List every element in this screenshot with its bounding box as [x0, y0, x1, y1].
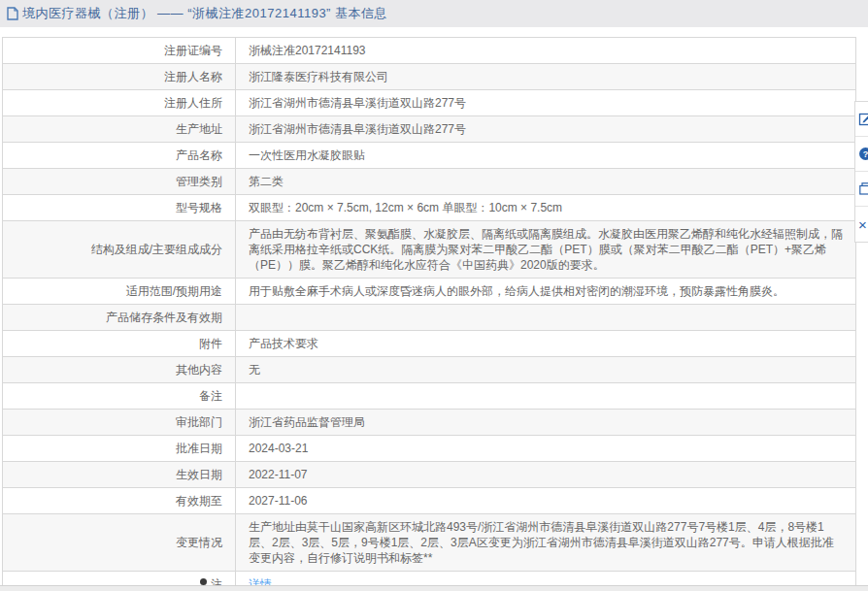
- info-table-body: 注册证编号浙械注准20172141193注册人名称浙江隆泰医疗科技有限公司注册人…: [3, 38, 856, 591]
- row-label: 型号规格: [3, 195, 236, 221]
- row-label: 产品储存条件及有效期: [3, 305, 236, 331]
- svg-text:?: ?: [863, 149, 868, 159]
- row-value: 一次性医用水凝胶眼贴: [236, 143, 856, 169]
- table-row: 批准日期2024-03-21: [3, 436, 856, 462]
- close-button[interactable]: ×: [855, 207, 868, 242]
- table-row: 注册人名称浙江隆泰医疗科技有限公司: [3, 64, 856, 90]
- row-value: 浙江省湖州市德清县阜溪街道双山路277号: [236, 90, 856, 116]
- row-value: 2022-11-07: [236, 462, 856, 488]
- bottom-divider: [0, 585, 868, 591]
- row-value: 2024-03-21: [236, 436, 856, 462]
- row-label: 生产地址: [3, 116, 236, 143]
- row-label: 结构及组成/主要组成成分: [3, 221, 236, 279]
- page-header: 境内医疗器械（注册） —— “浙械注准20172141193” 基本信息: [0, 0, 868, 27]
- table-row: 生效日期2022-11-07: [3, 462, 856, 488]
- table-row: 备注: [3, 383, 856, 410]
- close-icon: ×: [858, 217, 867, 232]
- side-toolbar: ? ×: [854, 101, 868, 243]
- edit-button[interactable]: [855, 102, 868, 137]
- row-label: 产品名称: [3, 143, 236, 169]
- row-value: 双眼型：20cm × 7.5cm, 12cm × 6cm 单眼型：10cm × …: [236, 195, 856, 221]
- row-value: 2027-11-06: [236, 488, 856, 514]
- row-value: 产品技术要求: [236, 331, 856, 357]
- help-icon: ?: [858, 147, 868, 161]
- row-value: 产品由无纺布背衬层、聚氨酯膜、水凝胶层、隔离纸或隔离膜组成。水凝胶由医用聚乙烯醇…: [236, 221, 856, 279]
- registration-info-table: 注册证编号浙械注准20172141193注册人名称浙江隆泰医疗科技有限公司注册人…: [2, 37, 856, 591]
- row-value: 浙械注准20172141193: [236, 38, 856, 64]
- table-row: 注册人住所浙江省湖州市德清县阜溪街道双山路277号: [3, 90, 856, 116]
- table-row: 其他内容无: [3, 357, 856, 383]
- row-value: 生产地址由莫干山国家高新区环城北路493号/浙江省湖州市德清县阜溪街道双山路27…: [236, 514, 856, 572]
- row-label: 注册人住所: [3, 90, 236, 116]
- edit-icon: [858, 112, 868, 126]
- row-label: 其他内容: [3, 357, 236, 383]
- table-row: 附件产品技术要求: [3, 331, 856, 357]
- table-row: 结构及组成/主要组成成分产品由无纺布背衬层、聚氨酯膜、水凝胶层、隔离纸或隔离膜组…: [3, 221, 856, 279]
- row-label: 附件: [3, 331, 236, 357]
- table-row: 管理类别第二类: [3, 169, 856, 195]
- row-label: 审批部门: [3, 410, 236, 436]
- row-label: 注册人名称: [3, 64, 236, 90]
- row-value: 用于贴敷全麻手术病人或深度昏迷病人的眼外部，给病人提供相对密闭的潮湿环境，预防暴…: [236, 279, 856, 305]
- row-value: [236, 383, 856, 410]
- row-label: 生效日期: [3, 462, 236, 488]
- row-label: 适用范围/预期用途: [3, 279, 236, 305]
- table-row: 产品储存条件及有效期: [3, 305, 856, 331]
- copy-icon: [858, 181, 868, 196]
- row-label: 有效期至: [3, 488, 236, 514]
- row-value: 浙江省药品监督管理局: [236, 410, 856, 436]
- row-label: 注册证编号: [3, 38, 236, 64]
- row-label: 管理类别: [3, 169, 236, 195]
- copy-button[interactable]: [855, 172, 868, 207]
- document-icon: [7, 7, 18, 20]
- table-row: 生产地址浙江省湖州市德清县阜溪街道双山路277号: [3, 116, 856, 143]
- table-row: 型号规格双眼型：20cm × 7.5cm, 12cm × 6cm 单眼型：10c…: [3, 195, 856, 221]
- row-label: 备注: [3, 383, 236, 410]
- table-row: 审批部门浙江省药品监督管理局: [3, 410, 856, 436]
- row-label: 批准日期: [3, 436, 236, 462]
- table-row: 产品名称一次性医用水凝胶眼贴: [3, 143, 856, 169]
- table-row: 变更情况生产地址由莫干山国家高新区环城北路493号/浙江省湖州市德清县阜溪街道双…: [3, 514, 856, 572]
- help-button[interactable]: ?: [855, 137, 868, 172]
- row-value: 浙江省湖州市德清县阜溪街道双山路277号: [236, 116, 856, 143]
- row-value: [236, 305, 856, 331]
- row-value: 无: [236, 357, 856, 383]
- table-row: 适用范围/预期用途用于贴敷全麻手术病人或深度昏迷病人的眼外部，给病人提供相对密闭…: [3, 279, 856, 305]
- row-value: 第二类: [236, 169, 856, 195]
- page-title: 境内医疗器械（注册） —— “浙械注准20172141193” 基本信息: [22, 5, 387, 22]
- row-label: 变更情况: [3, 514, 236, 572]
- row-value: 浙江隆泰医疗科技有限公司: [236, 64, 856, 90]
- table-row: 注册证编号浙械注准20172141193: [3, 38, 856, 64]
- table-row: 有效期至2027-11-06: [3, 488, 856, 514]
